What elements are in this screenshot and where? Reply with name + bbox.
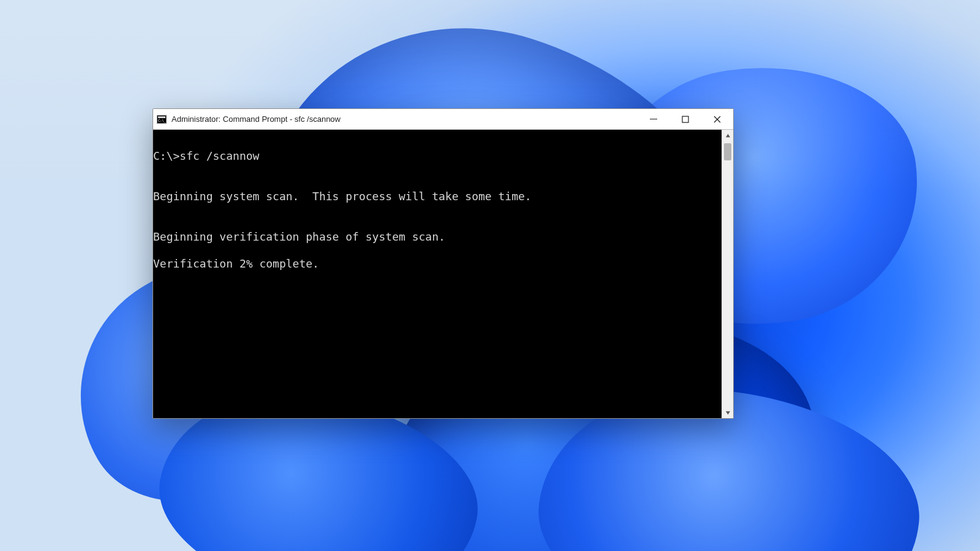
window-title: Administrator: Command Prompt - sfc /sca… xyxy=(172,114,341,124)
maximize-button[interactable] xyxy=(669,109,701,129)
chevron-up-icon xyxy=(725,133,731,138)
command-prompt-window: Administrator: Command Prompt - sfc /sca… xyxy=(153,108,734,419)
scrollbar-track[interactable] xyxy=(722,141,733,407)
scroll-down-button[interactable] xyxy=(722,407,733,418)
console-line: Beginning verification phase of system s… xyxy=(153,230,722,244)
svg-rect-0 xyxy=(682,116,688,122)
svg-marker-3 xyxy=(725,133,729,137)
titlebar[interactable]: Administrator: Command Prompt - sfc /sca… xyxy=(153,109,733,129)
console-output[interactable]: C:\>sfc /scannow Beginning system scan. … xyxy=(153,130,722,418)
console-line: Verification 2% complete. xyxy=(153,257,722,271)
close-button[interactable] xyxy=(701,109,733,129)
console-line: Beginning system scan. This process will… xyxy=(153,190,722,203)
cmd-icon xyxy=(157,115,167,124)
minimize-icon xyxy=(650,119,657,119)
scroll-up-button[interactable] xyxy=(722,130,733,141)
close-icon xyxy=(714,116,721,123)
desktop-wallpaper: Administrator: Command Prompt - sfc /sca… xyxy=(0,0,980,551)
console-client-area: C:\>sfc /scannow Beginning system scan. … xyxy=(153,129,733,418)
vertical-scrollbar[interactable] xyxy=(722,130,733,418)
svg-marker-4 xyxy=(725,411,729,414)
minimize-button[interactable] xyxy=(638,109,669,129)
maximize-icon xyxy=(682,116,689,123)
scrollbar-thumb[interactable] xyxy=(724,143,731,160)
chevron-down-icon xyxy=(725,410,731,416)
console-line: C:\>sfc /scannow xyxy=(153,149,722,163)
